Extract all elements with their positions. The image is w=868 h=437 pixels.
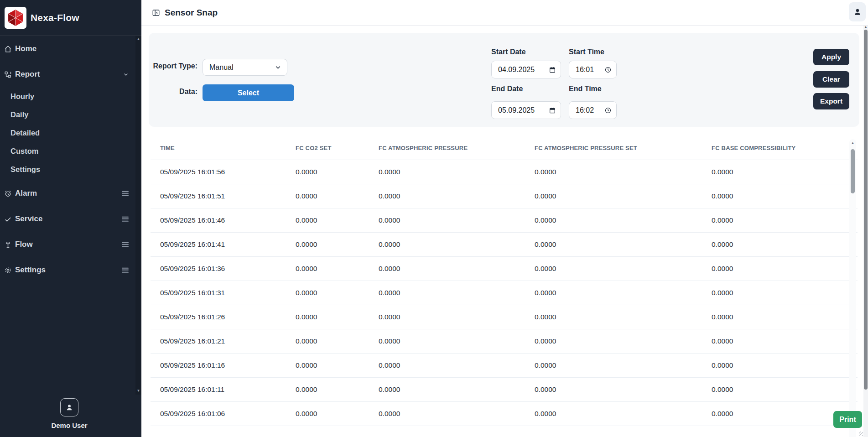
cell-value: 0.0000 [525, 256, 702, 281]
cell-value: 0.0000 [525, 377, 702, 401]
clock-icon[interactable] [604, 107, 612, 114]
sidebar-item-flow[interactable]: Flow [0, 234, 141, 255]
cell-value: 0.0000 [525, 184, 702, 208]
sidebar-subitem-custom[interactable]: Custom [0, 142, 141, 160]
sidebar-item-label: Alarm [15, 189, 37, 198]
cell-time: 05/09/2025 16:01:16 [151, 353, 286, 377]
sidebar-item-alarm[interactable]: Alarm [0, 183, 141, 204]
table-row: 05/09/2025 16:01:410.00000.00000.00000.0… [151, 232, 858, 256]
table-row: 05/09/2025 16:01:110.00000.00000.00000.0… [151, 377, 858, 401]
cell-time: 05/09/2025 16:01:46 [151, 208, 286, 232]
sidebar-subitem-hourly[interactable]: Hourly [0, 87, 141, 105]
cell-time: 05/09/2025 16:01:36 [151, 256, 286, 281]
menu-icon[interactable] [122, 190, 129, 197]
start-date-label: Start Date [491, 48, 526, 56]
end-time-input[interactable]: 16:02 [569, 101, 617, 119]
table-header-row: TIMEFC CO2 SETFC ATMOSPHERIC PRESSUREFC … [151, 137, 858, 160]
sidebar-subitem-detailed[interactable]: Detailed [0, 124, 141, 142]
start-time-label: Start Time [569, 48, 604, 56]
cell-value: 0.0000 [525, 208, 702, 232]
cell-value: 0.0000 [286, 208, 369, 232]
cell-value: 0.0000 [369, 353, 525, 377]
sidebar-item-home[interactable]: Home [0, 38, 141, 59]
table-row: 05/09/2025 16:01:210.00000.00000.00000.0… [151, 329, 858, 353]
cell-value: 0.0000 [286, 305, 369, 329]
sidebar-item-service[interactable]: Service [0, 208, 141, 229]
menu-icon[interactable] [122, 241, 129, 248]
cell-value: 0.0000 [369, 160, 525, 184]
sidebar-subitem-daily[interactable]: Daily [0, 105, 141, 124]
print-button[interactable]: Print [833, 411, 862, 428]
sidebar-sublist-report: HourlyDailyDetailedCustomSettings [0, 87, 141, 178]
calendar-icon[interactable] [549, 66, 556, 73]
cell-time: 05/09/2025 16:01:21 [151, 329, 286, 353]
sidebar-nav: HomeReportHourlyDailyDetailedCustomSetti… [0, 36, 141, 395]
export-button[interactable]: Export [813, 93, 849, 109]
sidebar-subitem-settings[interactable]: Settings [0, 160, 141, 178]
calendar-icon[interactable] [549, 107, 556, 114]
end-date-input[interactable]: 05.09.2025 [491, 101, 561, 119]
data-select-button[interactable]: Select [203, 84, 294, 101]
data-label: Data: [149, 88, 198, 96]
clock-icon[interactable] [604, 66, 612, 73]
cell-value: 0.0000 [369, 184, 525, 208]
cell-time: 05/09/2025 16:01:11 [151, 377, 286, 401]
scroll-down-icon[interactable]: ▼ [135, 389, 141, 393]
account-button[interactable] [849, 2, 866, 21]
report-type-select[interactable]: Manual [203, 59, 287, 76]
page-scrollbar-thumb[interactable] [864, 30, 868, 390]
sidebar-scrollbar[interactable]: ▲ ▼ [135, 36, 141, 395]
table-row: 05/09/2025 16:01:360.00000.00000.00000.0… [151, 256, 858, 281]
alarm-clock-icon [4, 190, 12, 198]
table-row: 05/09/2025 16:01:460.00000.00000.00000.0… [151, 208, 858, 232]
sidebar-item-label: Service [15, 214, 43, 224]
app-root: Nexa-Flow HomeReportHourlyDailyDetailedC… [0, 0, 868, 437]
home-icon [4, 45, 12, 53]
cell-value: 0.0000 [286, 329, 369, 353]
menu-icon[interactable] [122, 266, 129, 274]
cell-time: 05/09/2025 16:01:56 [151, 160, 286, 184]
cell-value: 0.0000 [369, 305, 525, 329]
table-scrollbar-thumb[interactable] [851, 149, 855, 193]
cell-value: 0.0000 [702, 184, 858, 208]
cell-value: 0.0000 [369, 256, 525, 281]
brand-name: Nexa-Flow [31, 12, 79, 23]
start-date-input[interactable]: 04.09.2025 [491, 61, 561, 78]
table-row: 05/09/2025 16:01:510.00000.00000.00000.0… [151, 184, 858, 208]
brand-logo-icon [5, 7, 26, 29]
scroll-up-icon[interactable]: ▲ [135, 37, 141, 42]
end-time-label: End Time [569, 85, 602, 93]
sidebar-toggle-icon[interactable] [152, 9, 160, 17]
menu-icon[interactable] [122, 215, 129, 223]
user-avatar[interactable] [60, 398, 78, 416]
sidebar-item-settings[interactable]: Settings [0, 260, 141, 281]
cell-value: 0.0000 [702, 281, 858, 305]
cell-value: 0.0000 [525, 160, 702, 184]
cell-value: 0.0000 [525, 329, 702, 353]
report-type-label: Report Type: [149, 62, 198, 70]
cell-value: 0.0000 [369, 208, 525, 232]
table-scrollbar[interactable]: ▲ [849, 139, 856, 437]
sidebar-item-label: Flow [15, 240, 33, 249]
cell-time: 05/09/2025 16:01:06 [151, 401, 286, 426]
clear-button[interactable]: Clear [813, 71, 849, 88]
cell-value: 0.0000 [369, 281, 525, 305]
scroll-up-icon[interactable]: ▲ [849, 141, 856, 145]
filter-card: Report Type: Manual Data: Select Start D… [149, 33, 859, 127]
sidebar-item-label: Report [15, 70, 40, 79]
cell-value: 0.0000 [702, 256, 858, 281]
start-date-value: 04.09.2025 [498, 66, 535, 74]
start-time-input[interactable]: 16:01 [569, 61, 617, 78]
page-scrollbar[interactable]: ▲ [863, 26, 868, 437]
scroll-up-icon[interactable]: ▲ [863, 25, 868, 28]
cell-time: 05/09/2025 16:01:41 [151, 232, 286, 256]
end-time-value: 16:02 [576, 106, 594, 114]
cell-value: 0.0000 [702, 377, 858, 401]
cell-value: 0.0000 [286, 401, 369, 426]
column-header: FC BASE COMPRESSIBILITY [702, 137, 858, 160]
apply-button[interactable]: Apply [813, 49, 849, 65]
user-name: Demo User [0, 421, 139, 429]
cell-value: 0.0000 [286, 281, 369, 305]
sidebar-item-report[interactable]: Report [0, 64, 141, 85]
chevron-down-icon[interactable] [123, 72, 129, 77]
